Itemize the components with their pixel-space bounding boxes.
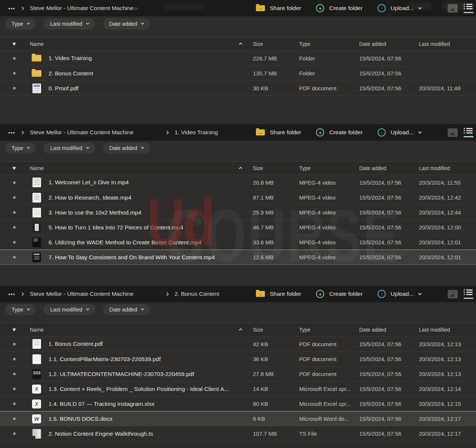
column-date-added[interactable]: Date added xyxy=(359,165,419,171)
table-row[interactable]: 2. Bonus Content 135.7 MB Folder 15/5/20… xyxy=(0,66,476,81)
file-name[interactable]: 3. How to use the 10x2 Method.mp4 xyxy=(45,209,253,216)
filter-date-added[interactable]: Date added xyxy=(103,304,150,315)
create-folder-button[interactable]: + Create folder xyxy=(316,290,363,298)
share-folder-button[interactable]: → Share folder xyxy=(256,129,301,136)
favorite-dot[interactable] xyxy=(13,343,16,345)
filter-type[interactable]: Type xyxy=(5,18,36,29)
chevron-down-icon[interactable] xyxy=(418,291,422,295)
list-view-button[interactable] xyxy=(464,4,473,13)
list-view-button[interactable] xyxy=(464,289,473,299)
table-row[interactable]: 1. Video Training 226.7 MB Folder 15/5/2… xyxy=(0,51,476,66)
column-date-added[interactable]: Date added xyxy=(359,41,419,47)
table-row[interactable]: 1. Bonus Content.pdf 42 KB PDF document … xyxy=(0,336,476,351)
breadcrumb-root[interactable]: Steve Mellor - Ultimate Content Machine xyxy=(30,291,134,297)
share-folder-button[interactable]: → Share folder xyxy=(256,291,301,297)
upload-button[interactable]: ↑ Upload... xyxy=(378,128,421,137)
share-folder-button[interactable]: → Share folder xyxy=(256,5,301,12)
favorite-dot[interactable] xyxy=(13,87,16,90)
column-size[interactable]: Size xyxy=(253,327,299,333)
table-row[interactable]: W 1.5. BONUS DOCS.docx 6 KB Microsoft Wo… xyxy=(0,411,476,426)
sort-ascending-icon[interactable] xyxy=(239,167,242,170)
filter-last-modified[interactable]: Last modified xyxy=(44,18,95,29)
favorite-dot[interactable] xyxy=(13,358,16,360)
chevron-down-icon[interactable] xyxy=(418,130,422,134)
list-view-button[interactable] xyxy=(464,128,473,137)
file-name[interactable]: 1. Bonus Content.pdf xyxy=(45,341,253,347)
favorite-dot[interactable] xyxy=(13,72,16,75)
heart-icon[interactable]: ♥ xyxy=(12,327,16,333)
create-folder-button[interactable]: + Create folder xyxy=(316,4,363,12)
more-menu-button[interactable]: ••• xyxy=(8,5,15,12)
favorite-dot[interactable] xyxy=(13,57,16,60)
breadcrumb-current[interactable]: 1. Video Training xyxy=(175,129,218,136)
favorite-dot[interactable] xyxy=(13,211,16,214)
column-name[interactable]: Name xyxy=(28,41,253,47)
breadcrumb-root[interactable]: Steve Mellor - Ultimate Content Machine xyxy=(30,5,134,12)
file-name[interactable]: 1.3. Content + Reels_ Problem _ Solution… xyxy=(45,386,253,392)
sort-ascending-icon[interactable] xyxy=(239,328,242,332)
table-row[interactable]: 1.2. ULTIMATECONTENTMACHINE-230703-22045… xyxy=(0,366,476,381)
file-name[interactable]: 1.1. ContentPillarMatrix-230703-220539.p… xyxy=(45,356,253,363)
filter-date-added[interactable]: Date added xyxy=(103,142,150,154)
file-name[interactable]: 1.5. BONUS DOCS.docx xyxy=(45,416,253,422)
file-name[interactable]: 1. Welcome! Let_s Dive In.mp4 xyxy=(45,179,253,186)
table-row[interactable]: 6. Utilizing the WADE Method to Create B… xyxy=(0,235,476,250)
favorite-dot[interactable] xyxy=(13,388,16,390)
file-name[interactable]: 7. How To Stay Consistent and On Brand W… xyxy=(45,254,253,261)
table-row[interactable]: X 1.4. BUILD 07 — Tracking Instagram.xls… xyxy=(0,396,476,411)
favorite-dot[interactable] xyxy=(13,226,16,229)
heart-icon[interactable]: ♥ xyxy=(12,41,16,47)
table-row[interactable]: 1.1. ContentPillarMatrix-230703-220539.p… xyxy=(0,351,476,366)
table-row[interactable]: 7. How To Stay Consistent and On Brand W… xyxy=(0,250,476,264)
filter-last-modified[interactable]: Last modified xyxy=(44,304,95,315)
file-name[interactable]: 0. Proof.pdf xyxy=(45,85,253,92)
more-menu-button[interactable]: ••• xyxy=(8,129,15,136)
favorite-dot[interactable] xyxy=(13,373,16,375)
filter-last-modified[interactable]: Last modified xyxy=(44,142,95,154)
column-size[interactable]: Size xyxy=(253,41,299,47)
table-row[interactable]: 1. Welcome! Let_s Dive In.mp4 20.8 MB MP… xyxy=(0,175,476,190)
column-date-added[interactable]: Date added xyxy=(359,327,419,333)
favorite-dot[interactable] xyxy=(13,402,16,405)
column-size[interactable]: Size xyxy=(253,165,299,171)
chevron-down-icon[interactable] xyxy=(418,6,422,9)
column-name[interactable]: Name xyxy=(28,165,253,171)
filter-type[interactable]: Type xyxy=(5,304,36,315)
table-row[interactable]: X 1.3. Content + Reels_ Problem _ Soluti… xyxy=(0,381,476,396)
more-menu-button[interactable]: ••• xyxy=(8,291,15,297)
file-name[interactable]: 2. Bonus Content xyxy=(45,70,253,77)
file-name[interactable]: 6. Utilizing the WADE Method to Create B… xyxy=(45,239,253,246)
favorite-dot[interactable] xyxy=(13,417,16,420)
table-row[interactable]: 2. How to Research, Ideate.mp4 87.1 MB M… xyxy=(0,190,476,205)
upload-button[interactable]: ↑ Upload... xyxy=(378,4,421,12)
file-name[interactable]: 2. Notion Content Engine Walkthrough.ts xyxy=(45,430,253,437)
breadcrumb-root[interactable]: Steve Mellor - Ultimate Content Machine xyxy=(30,129,134,136)
column-name[interactable]: Name xyxy=(28,327,253,333)
favorite-dot[interactable] xyxy=(13,181,16,184)
column-last-modified[interactable]: Last modified xyxy=(419,327,476,333)
file-name[interactable]: 1. Video Training xyxy=(45,55,253,62)
filter-date-added[interactable]: Date added xyxy=(103,18,150,29)
column-last-modified[interactable]: Last modified xyxy=(419,41,476,47)
upload-button[interactable]: ↑ Upload... xyxy=(378,290,421,298)
breadcrumb-current[interactable]: 2. Bonus Content xyxy=(175,291,219,297)
table-row[interactable]: 2. Notion Content Engine Walkthrough.ts … xyxy=(0,426,476,441)
table-row[interactable]: 0. Proof.pdf 30 KB PDF document 15/5/202… xyxy=(0,81,476,95)
table-row[interactable]: 5. How to Turn 1 Idea Into 72 Pieces of … xyxy=(0,220,476,235)
filter-type[interactable]: Type xyxy=(5,142,36,154)
column-type[interactable]: Type xyxy=(299,327,359,333)
grid-view-button[interactable] xyxy=(448,4,458,13)
column-last-modified[interactable]: Last modified xyxy=(419,165,476,171)
file-name[interactable]: 5. How to Turn 1 Idea Into 72 Pieces of … xyxy=(45,224,253,231)
grid-view-button[interactable] xyxy=(448,290,458,298)
file-name[interactable]: 1.4. BUILD 07 — Tracking Instagram.xlsx xyxy=(45,401,253,407)
column-type[interactable]: Type xyxy=(299,41,359,47)
favorite-dot[interactable] xyxy=(13,241,16,244)
column-type[interactable]: Type xyxy=(299,165,359,171)
create-folder-button[interactable]: + Create folder xyxy=(316,128,363,137)
file-name[interactable]: 1.2. ULTIMATECONTENTMACHINE-230703-22045… xyxy=(45,371,253,377)
grid-view-button[interactable] xyxy=(448,128,458,137)
sort-ascending-icon[interactable] xyxy=(239,43,242,46)
heart-icon[interactable]: ♥ xyxy=(12,165,16,171)
favorite-dot[interactable] xyxy=(13,196,16,199)
